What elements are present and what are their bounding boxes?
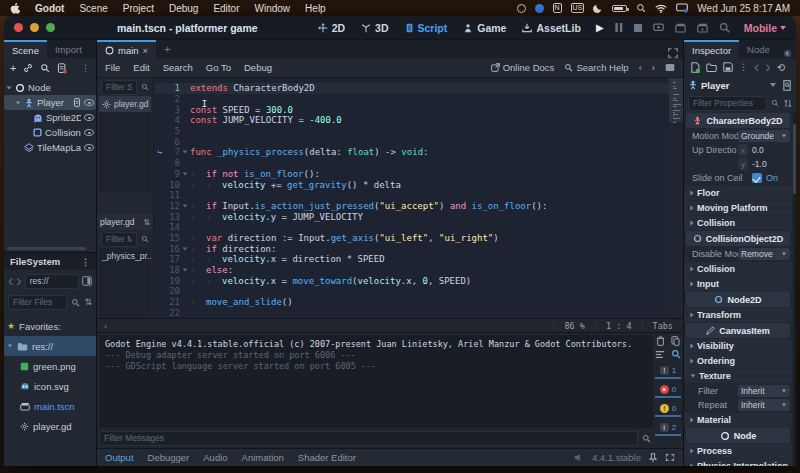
online-docs-button[interactable]: Online Docs [491,62,555,73]
add-node-button[interactable]: + [10,62,16,74]
fs-item-res[interactable]: res:// [4,336,96,356]
scene-tree-hscrollbar[interactable] [7,247,86,250]
app-status-icon[interactable] [535,4,544,13]
attached-script-icon[interactable] [73,98,81,107]
tab-import[interactable]: Import [47,40,90,58]
inspector-node-selector[interactable]: Player [684,76,796,94]
output-filter-error[interactable]: ×0 [655,383,681,398]
hscroll-left-icon[interactable]: ‹ [97,321,114,331]
inspector-group-collision[interactable]: Collision [684,216,792,230]
filter-properties-input[interactable] [688,96,767,111]
bottom-tab-output[interactable]: Output [105,452,134,463]
collapse-duplicates-icon[interactable] [655,349,665,359]
filter-nodes-icon[interactable] [40,63,50,73]
apple-menu-icon[interactable] [10,3,20,14]
new-resource-icon[interactable] [690,62,700,73]
renderer-dropdown[interactable]: Mobile [744,22,786,34]
resource-menu-icon[interactable]: ⋮ [739,62,748,72]
scene-tab-main[interactable]: main × [97,40,156,58]
window-titlebar[interactable]: main.tscn - platformer game 2D3DScriptGa… [4,16,796,40]
code-line[interactable]: 14 [154,222,669,233]
code-line[interactable]: 13››velocity.y = JUMP_VELOCITY [154,211,669,222]
fs-split-view-icon[interactable] [82,276,92,286]
remote-debug-button[interactable] [653,23,664,33]
code-line[interactable]: 10››velocity += get_gravity() * delta [154,179,669,190]
property-checkbox[interactable]: On [752,173,778,183]
filesystem-menu-icon[interactable]: ⋮ [81,257,90,267]
wifi-icon[interactable] [655,4,667,13]
property-options-icon[interactable] [783,99,792,108]
menubar-item-scene[interactable]: Scene [79,3,107,14]
close-tab-icon[interactable]: × [143,45,149,56]
bottom-tab-debugger[interactable]: Debugger [148,452,190,463]
dock-forward-icon[interactable] [795,49,796,58]
inspector-group-floor[interactable]: Floor [684,186,792,200]
code-line[interactable]: 11 [154,190,669,201]
code-line[interactable]: 8 [154,158,669,169]
fs-item-maintscn[interactable]: main.tscn [4,396,96,416]
pause-button[interactable] [615,23,623,32]
search-help-button[interactable]: Search Help [564,62,628,73]
inspector-group-input[interactable]: Input [684,277,792,291]
fold-chevron-icon[interactable] [180,247,190,251]
inspector-group-collision[interactable]: Collision [684,262,792,276]
workspace-assetlib[interactable]: AssetLib [522,22,580,34]
scene-tree-item-player[interactable]: Player [4,95,96,110]
vector-field-y[interactable]: y-1.0 [738,158,790,170]
output-filter-message[interactable]: !1 [655,364,681,379]
menubar-clock[interactable]: Wed Jun 25 8:17 AM [697,3,790,14]
code-line[interactable]: 12›if Input.is_action_just_pressed("ui_a… [154,201,669,212]
script-menu-file[interactable]: File [105,62,120,73]
visibility-eye-icon[interactable] [84,129,94,136]
script-history-back-icon[interactable]: ‹ [639,62,642,73]
instance-scene-button[interactable] [23,63,33,73]
code-line[interactable]: 1extends CharacterBody2D [154,83,669,94]
code-line[interactable]: 20 [154,286,669,297]
method-item[interactable]: _physics_pr... [99,248,151,264]
dock-back-icon[interactable] [783,49,792,58]
code-line[interactable]: ↪7func _physics_process(delta: float) ->… [154,147,669,158]
save-resource-icon[interactable] [723,62,733,72]
tree-expand-icon[interactable] [7,86,12,89]
fs-expand-icon[interactable] [8,344,13,347]
property-dropdown[interactable]: Inherit [738,399,790,411]
expand-panel-icon[interactable] [665,453,675,462]
inspector-category-canvasitem[interactable]: CanvasItem [686,323,790,338]
output-filter-editor[interactable]: i2 [655,421,681,436]
bottom-tab-shader-editor[interactable]: Shader Editor [298,452,356,463]
code-line[interactable]: 4const JUMP_VELOCITY = -400.0 [154,115,669,126]
code-line[interactable]: 9›if not is_on_floor(): [154,169,669,180]
code-line[interactable]: 2 [154,94,669,105]
menubar-item-help[interactable]: Help [305,3,326,14]
filter-files-input[interactable] [8,295,67,310]
attach-script-button[interactable] [57,63,67,74]
tab-scene[interactable]: Scene [4,40,47,58]
property-dropdown[interactable]: Remove [738,248,790,260]
play-custom-scene-button[interactable] [697,23,708,33]
inspector-group-transform[interactable]: Transform [684,308,792,322]
mute-speaker-icon[interactable] [574,453,584,462]
workspace-2d[interactable]: 2D [318,22,345,34]
visibility-eye-icon[interactable] [84,114,94,121]
code-line[interactable]: 15›var direction := Input.get_axis("ui_l… [154,233,669,244]
code-line[interactable]: 17››velocity.x = direction * SPEED [154,254,669,265]
code-editor[interactable]: 1extends CharacterBody2D23const SPEED = … [154,78,683,318]
distraction-free-icon[interactable] [668,48,678,58]
zoom-window-button[interactable] [46,23,55,32]
outline-sort-icon[interactable]: ⇅ [143,218,150,227]
code-line[interactable]: 19››velocity.x = move_toward(velocity.x,… [154,275,669,286]
movie-maker-button[interactable] [719,22,730,33]
scene-tree-item-collisions[interactable]: CollisionS [4,125,96,140]
scene-tree-item-node[interactable]: Node [4,80,96,95]
code-line[interactable]: 16›if direction: [154,243,669,254]
code-line[interactable]: 3const SPEED = 300.0 [154,104,669,115]
play-button[interactable]: ▶ [596,22,604,33]
fs-item-greenpng[interactable]: green.png [4,356,96,376]
workspace-script[interactable]: Script [405,22,448,34]
open-docs-icon[interactable] [782,80,792,91]
focus-moon-icon[interactable] [593,3,603,13]
script-menu-search[interactable]: Search [163,62,193,73]
fold-chevron-icon[interactable] [180,172,190,176]
make-floating-icon[interactable] [665,63,675,72]
inspector-history-forward-icon[interactable]: › [765,58,770,76]
